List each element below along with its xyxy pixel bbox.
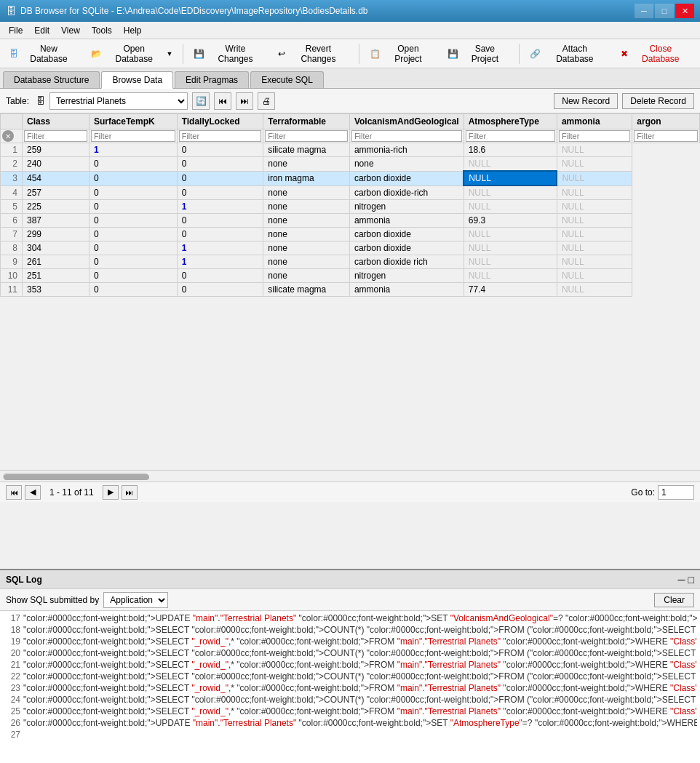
- menu-file[interactable]: File: [3, 24, 28, 37]
- scroll-thumb[interactable]: [4, 474, 149, 480]
- sql-log-minimize-btn[interactable]: ─: [678, 574, 685, 586]
- cell-tidally: 0: [177, 143, 263, 157]
- save-project-button[interactable]: 💾 Save Project: [441, 42, 515, 65]
- cell-ammonia: NULL: [464, 200, 557, 214]
- show-sql-label: Show SQL submitted by: [6, 595, 99, 605]
- go-first-button[interactable]: ⏮: [214, 92, 231, 110]
- clear-log-button[interactable]: Clear: [654, 593, 694, 607]
- filter-ammonia[interactable]: [559, 130, 630, 142]
- sql-filter-select[interactable]: Application User All: [103, 592, 168, 608]
- cell-tidally: 0: [177, 185, 263, 200]
- cell-argon: NULL: [557, 200, 632, 214]
- minimize-btn[interactable]: ─: [635, 4, 653, 18]
- cell-ammonia: NULL: [464, 269, 557, 283]
- cell-ammonia: 18.6: [464, 143, 557, 157]
- new-database-button[interactable]: 🗄 New Database: [3, 42, 83, 65]
- col-argon[interactable]: argon: [632, 114, 700, 129]
- close-database-button[interactable]: ✖ Close Database: [614, 42, 697, 65]
- filter-surface[interactable]: [91, 130, 175, 142]
- cell-tidally: 0: [177, 214, 263, 228]
- table-row[interactable]: 1025100nonenitrogenNULLNULL: [1, 269, 700, 283]
- filter-surface-cell: [89, 129, 177, 143]
- filter-atmosphere[interactable]: [466, 130, 555, 142]
- cell-atmosphere: carbon dioxide: [349, 171, 464, 185]
- table-row[interactable]: 729900nonecarbon dioxideNULLNULL: [1, 228, 700, 241]
- cell-volcanism: none: [263, 241, 350, 255]
- col-terraformable[interactable]: Terraformable: [263, 114, 350, 129]
- tab-edit-pragmas[interactable]: Edit Pragmas: [175, 71, 249, 88]
- goto-input[interactable]: [658, 485, 694, 500]
- log-line: 26"color:#0000cc;font-weight:bold;">UPDA…: [3, 717, 697, 729]
- log-line-text: "color:#0000cc;font-weight:bold;">SELECT…: [23, 706, 697, 717]
- filter-tidally[interactable]: [179, 130, 262, 142]
- log-line: 25"color:#0000cc;font-weight:bold;">SELE…: [3, 706, 697, 717]
- open-project-button[interactable]: 📋 Open Project: [363, 42, 439, 65]
- revert-changes-button[interactable]: ↩ Revert Changes: [271, 42, 356, 65]
- cell-atmosphere: nitrogen: [349, 200, 464, 214]
- clear-filter-button[interactable]: ✕: [2, 130, 14, 142]
- attach-database-button[interactable]: 🔗 Attach Database: [523, 42, 613, 65]
- tab-browse-data[interactable]: Browse Data: [101, 71, 173, 89]
- col-tidally[interactable]: TidallyLocked: [177, 114, 263, 129]
- col-ammonia[interactable]: ammonia: [557, 114, 632, 129]
- table-row[interactable]: 125910silicate magmaammonia-rich18.6NULL: [1, 143, 700, 157]
- delete-record-button[interactable]: Delete Record: [622, 93, 694, 109]
- col-atmosphere[interactable]: AtmosphereType: [464, 114, 557, 129]
- prev-page-button[interactable]: ◀: [25, 485, 41, 500]
- menu-tools[interactable]: Tools: [86, 24, 118, 37]
- menu-help[interactable]: Help: [118, 24, 148, 37]
- cell-volcanism: iron magma: [263, 171, 350, 185]
- table-row[interactable]: 224000nonenoneNULLNULL: [1, 157, 700, 172]
- log-line-text: "color:#0000cc;font-weight:bold;">SELECT…: [23, 694, 697, 706]
- refresh-table-button[interactable]: 🔄: [192, 92, 210, 110]
- write-changes-button[interactable]: 💾 Write Changes: [187, 42, 269, 65]
- goto-label: Go to:: [631, 487, 655, 498]
- log-line-number: 26: [3, 717, 20, 729]
- maximize-btn[interactable]: □: [655, 4, 674, 18]
- next-page-button[interactable]: ▶: [103, 485, 119, 500]
- filter-volcanism[interactable]: [351, 130, 462, 142]
- close-btn[interactable]: ✕: [675, 4, 694, 18]
- table-toolbar: Table: 🗄 Terrestrial Planets 🔄 ⏮ ⏭ 🖨 New…: [0, 89, 700, 113]
- table-row[interactable]: 926101nonecarbon dioxide richNULLNULL: [1, 255, 700, 269]
- open-database-button[interactable]: 📂 Open Database ▼: [84, 42, 180, 65]
- table-row[interactable]: 345400iron magmacarbon dioxideNULLNULL: [1, 171, 700, 185]
- open-db-icon: 📂: [91, 49, 102, 59]
- revert-label: Revert Changes: [288, 44, 349, 64]
- new-record-button[interactable]: New Record: [554, 93, 618, 109]
- print-button[interactable]: 🖨: [258, 92, 275, 110]
- cell-ammonia: NULL: [464, 171, 557, 185]
- go-last-button[interactable]: ⏭: [236, 92, 253, 110]
- sql-log-maximize-btn[interactable]: □: [688, 574, 694, 586]
- cell-class: 251: [23, 269, 90, 283]
- filter-terra[interactable]: [265, 130, 348, 142]
- table-row[interactable]: 522501nonenitrogenNULLNULL: [1, 200, 700, 214]
- filter-argon[interactable]: [634, 130, 698, 142]
- cell-volcanism: none: [263, 185, 350, 200]
- cell-ammonia: NULL: [464, 255, 557, 269]
- filter-clear-cell: ✕: [1, 129, 23, 143]
- menu-view[interactable]: View: [55, 24, 86, 37]
- toolbar-sep-1: [183, 44, 183, 64]
- table-row[interactable]: 830401nonecarbon dioxideNULLNULL: [1, 241, 700, 255]
- attach-label: Attach Database: [544, 44, 606, 64]
- menu-edit[interactable]: Edit: [28, 24, 55, 37]
- filter-class[interactable]: [24, 130, 87, 142]
- table-row[interactable]: 1135300silicate magmaammonia77.4NULL: [1, 283, 700, 297]
- first-page-button[interactable]: ⏮: [6, 485, 22, 500]
- col-volcanism[interactable]: VolcanismAndGeological: [349, 114, 464, 129]
- row-number: 1: [1, 143, 23, 157]
- tab-execute-sql[interactable]: Execute SQL: [250, 71, 324, 88]
- table-row[interactable]: 638700noneammonia69.3NULL: [1, 214, 700, 228]
- log-line-text: "color:#0000cc;font-weight:bold;">UPDATE…: [23, 717, 697, 729]
- log-line-number: 17: [3, 612, 20, 624]
- col-surfacetemp[interactable]: SurfaceTempK: [89, 114, 177, 129]
- col-class[interactable]: Class: [23, 114, 90, 129]
- table-row[interactable]: 425700nonecarbon dioxide-richNULLNULL: [1, 185, 700, 200]
- titlebar: 🗄 DB Browser for SQLite - E:\Andrea\Code…: [0, 0, 700, 22]
- last-page-button[interactable]: ⏭: [122, 485, 138, 500]
- tab-database-structure[interactable]: Database Structure: [3, 71, 100, 88]
- cell-surfacetemp: 0: [89, 157, 177, 172]
- table-selector[interactable]: Terrestrial Planets: [49, 92, 188, 110]
- data-table: Class SurfaceTempK TidallyLocked Terrafo…: [0, 113, 700, 297]
